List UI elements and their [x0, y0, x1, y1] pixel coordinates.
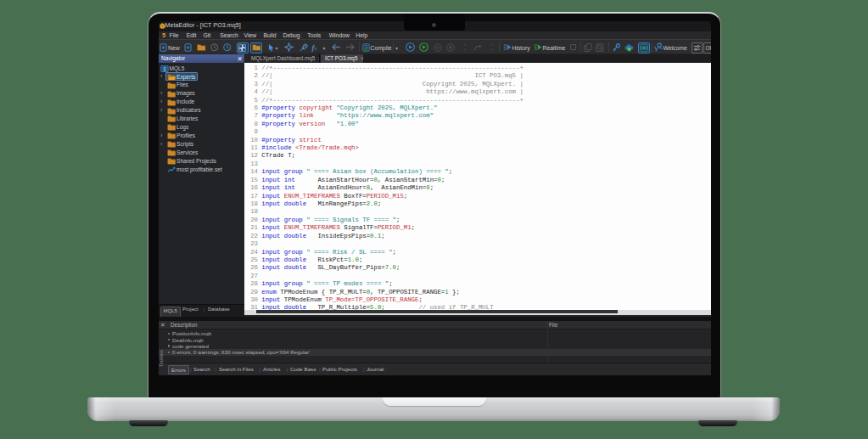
svg-text:[]: []	[163, 66, 166, 71]
